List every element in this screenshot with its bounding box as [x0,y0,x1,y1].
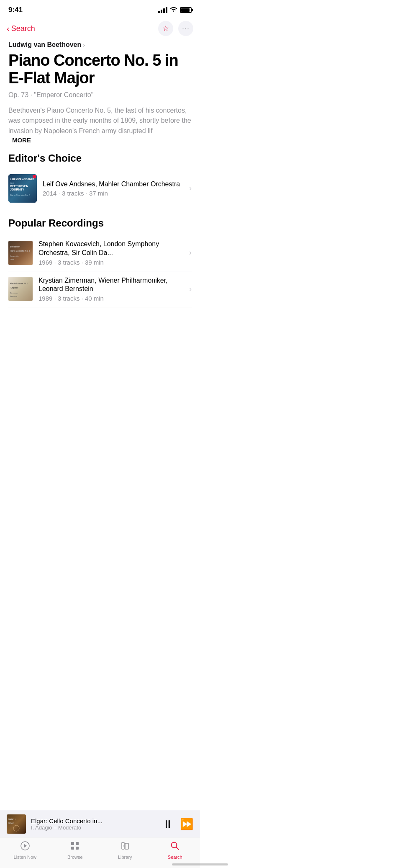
svg-rect-7 [33,175,36,178]
svg-text:Beethoven: Beethoven [10,245,20,248]
back-label: Search [11,24,35,33]
status-time: 9:41 [8,6,23,14]
main-content: Ludwig van Beethoven › Piano Concerto No… [0,41,200,366]
editors-choice-section: Editor's Choice LEIF OVE ANDSNES THE [8,152,192,207]
svg-text:Davis: Davis [10,258,14,260]
status-icons [158,7,192,14]
more-icon: ··· [182,24,190,33]
artist-link[interactable]: Ludwig van Beethoven › [8,41,192,49]
artist-name: Ludwig van Beethoven [8,41,81,49]
svg-text:Bernstein: Bernstein [10,295,17,297]
popular-art-1: Klavierkonzert Nr.1 "Emperor" Zimerman B… [8,277,33,301]
svg-rect-9 [8,241,33,265]
popular-art-0: Beethoven Piano Concerto No. 5 Kovacevic… [8,241,33,265]
work-subtitle: Op. 73 · "Emperor Concerto" [8,91,192,99]
svg-text:BEETHOVEN: BEETHOVEN [10,185,28,188]
popular-info-1: Krystian Zimerman, Wiener Philharmoniker… [38,276,183,302]
svg-text:Kovacevich: Kovacevich [10,255,18,257]
svg-text:Zimerman: Zimerman [10,292,18,294]
popular-title-0: Stephen Kovacevich, London Symphony Orch… [38,240,183,258]
editors-choice-chevron-icon: › [189,184,192,193]
editors-choice-info: Leif Ove Andsnes, Mahler Chamber Orchest… [43,180,183,197]
more-button[interactable]: MORE [12,137,31,144]
popular-chevron-0-icon: › [189,248,192,257]
popular-item-1[interactable]: Klavierkonzert Nr.1 "Emperor" Zimerman B… [8,271,192,308]
svg-text:Piano Concerto No. 5: Piano Concerto No. 5 [10,194,30,196]
work-title: Piano Concerto No. 5 in E-Flat Major [8,52,192,87]
editors-choice-meta: 2014 · 3 tracks · 37 min [43,190,183,197]
work-description: Beethoven's Piano Concerto No. 5, the la… [8,106,192,137]
svg-text:"Emperor": "Emperor" [10,287,19,289]
nav-actions: ☆ ··· [158,21,193,36]
editors-choice-header: Editor's Choice [8,152,192,164]
popular-recordings-section: Popular Recordings Beethoven Piano Con [8,217,192,307]
signal-bars-icon [158,7,167,13]
wifi-icon [170,7,177,14]
svg-rect-15 [8,277,33,301]
back-button[interactable]: ‹ Search [7,24,35,33]
svg-text:Klavierkonzert Nr.1: Klavierkonzert Nr.1 [10,282,28,285]
popular-recordings-header: Popular Recordings [8,217,192,229]
more-options-button[interactable]: ··· [178,21,193,36]
svg-text:Piano Concerto No. 5: Piano Concerto No. 5 [10,250,30,252]
editors-choice-art: LEIF OVE ANDSNES THE BEETHOVEN JOURNEY P… [8,174,37,203]
favorite-button[interactable]: ☆ [158,21,173,36]
svg-text:JOURNEY: JOURNEY [10,188,24,191]
description-row: Beethoven's Piano Concerto No. 5, the la… [8,106,192,144]
battery-icon [180,7,192,13]
popular-info-0: Stephen Kovacevich, London Symphony Orch… [38,240,183,266]
nav-bar: ‹ Search ☆ ··· [0,18,200,41]
popular-meta-0: 1969 · 3 tracks · 39 min [38,259,183,266]
popular-title-1: Krystian Zimerman, Wiener Philharmoniker… [38,276,183,294]
star-icon: ☆ [162,24,169,33]
back-chevron-icon: ‹ [7,24,10,33]
editors-choice-title: Leif Ove Andsnes, Mahler Chamber Orchest… [43,180,183,189]
artist-chevron-icon: › [83,41,85,48]
svg-text:LEIF OVE ANDSNES: LEIF OVE ANDSNES [10,178,34,180]
popular-chevron-1-icon: › [189,285,192,294]
status-bar: 9:41 [0,0,200,18]
popular-item-0[interactable]: Beethoven Piano Concerto No. 5 Kovacevic… [8,235,192,271]
editors-choice-item[interactable]: LEIF OVE ANDSNES THE BEETHOVEN JOURNEY P… [8,170,192,207]
popular-meta-1: 1989 · 3 tracks · 40 min [38,295,183,302]
